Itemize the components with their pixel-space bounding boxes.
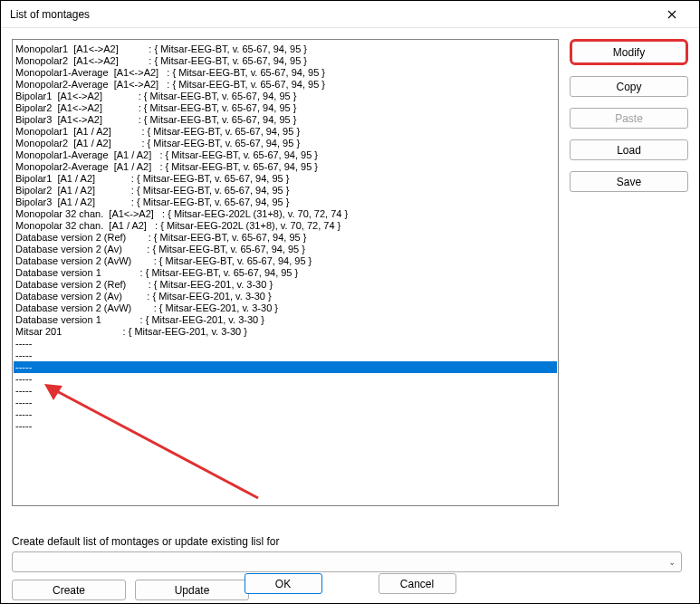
list-item[interactable]: ----- [14,397,557,408]
list-item[interactable]: ----- [14,420,557,432]
list-item[interactable]: Monopolar1-Average [A1 / A2] : { Mitsar-… [14,149,557,161]
list-item[interactable]: Monopolar 32 chan. [A1 / A2] : { Mitsar-… [14,220,557,232]
list-item[interactable]: ----- [14,361,557,373]
paste-button: Paste [570,108,688,129]
list-item[interactable]: ----- [14,338,557,350]
list-item[interactable]: Monopolar2-Average [A1<->A2] : { Mitsar-… [14,79,557,91]
list-item[interactable]: Mitsar 201 : { Mitsar-EEG-201, v. 3-30 } [14,326,557,338]
montage-listbox[interactable]: Monopolar1 [A1<->A2] : { Mitsar-EEG-BT, … [12,39,559,506]
default-list-label: Create default list of montages or updat… [12,535,688,548]
list-item[interactable]: Database version 2 (AvW) : { Mitsar-EEG-… [14,302,557,314]
list-item[interactable]: Monopolar1-Average [A1<->A2] : { Mitsar-… [14,67,557,79]
list-item[interactable]: Database version 1 : { Mitsar-EEG-201, v… [14,314,557,326]
modify-button[interactable]: Modify [570,39,688,65]
list-item[interactable]: Monopolar 32 chan. [A1<->A2] : { Mitsar-… [14,208,557,220]
device-combobox[interactable]: ⌄ [12,551,682,572]
list-item[interactable]: Monopolar1 [A1<->A2] : { Mitsar-EEG-BT, … [14,43,557,55]
list-item[interactable]: Bipolar1 [A1 / A2] : { Mitsar-EEG-BT, v.… [14,173,557,185]
chevron-down-icon: ⌄ [668,557,676,567]
ok-button[interactable]: OK [245,573,322,594]
save-button[interactable]: Save [570,171,688,192]
list-item[interactable]: ----- [14,385,557,397]
list-item[interactable]: Database version 1 : { Mitsar-EEG-BT, v.… [14,267,557,279]
titlebar: List of montages [1,1,699,28]
list-item[interactable]: ----- [14,408,557,420]
close-button[interactable] [654,2,690,27]
window-title: List of montages [10,8,654,21]
list-item[interactable]: Monopolar2 [A1 / A2] : { Mitsar-EEG-BT, … [14,138,557,149]
list-item[interactable]: Monopolar1 [A1 / A2] : { Mitsar-EEG-BT, … [14,126,557,138]
list-item[interactable]: Database version 2 (Av) : { Mitsar-EEG-2… [14,291,557,302]
cancel-button[interactable]: Cancel [379,573,456,594]
list-item[interactable]: Monopolar2 [A1<->A2] : { Mitsar-EEG-BT, … [14,55,557,67]
list-item[interactable]: Bipolar2 [A1 / A2] : { Mitsar-EEG-BT, v.… [14,185,557,197]
load-button[interactable]: Load [570,139,688,160]
list-item[interactable]: Database version 2 (Ref) : { Mitsar-EEG-… [14,279,557,291]
list-item[interactable]: Monopolar2-Average [A1 / A2] : { Mitsar-… [14,161,557,173]
list-item[interactable]: Bipolar3 [A1 / A2] : { Mitsar-EEG-BT, v.… [14,197,557,208]
close-icon [667,10,676,19]
list-item[interactable]: ----- [14,373,557,385]
list-item[interactable]: Database version 2 (Av) : { Mitsar-EEG-B… [14,244,557,255]
list-item[interactable]: ----- [14,350,557,361]
list-item[interactable]: Bipolar1 [A1<->A2] : { Mitsar-EEG-BT, v.… [14,91,557,102]
list-item[interactable]: Bipolar2 [A1<->A2] : { Mitsar-EEG-BT, v.… [14,102,557,114]
list-item[interactable]: Database version 2 (AvW) : { Mitsar-EEG-… [14,255,557,267]
copy-button[interactable]: Copy [570,76,688,97]
list-item[interactable]: Bipolar3 [A1<->A2] : { Mitsar-EEG-BT, v.… [14,114,557,126]
list-item[interactable]: Database version 2 (Ref) : { Mitsar-EEG-… [14,232,557,244]
